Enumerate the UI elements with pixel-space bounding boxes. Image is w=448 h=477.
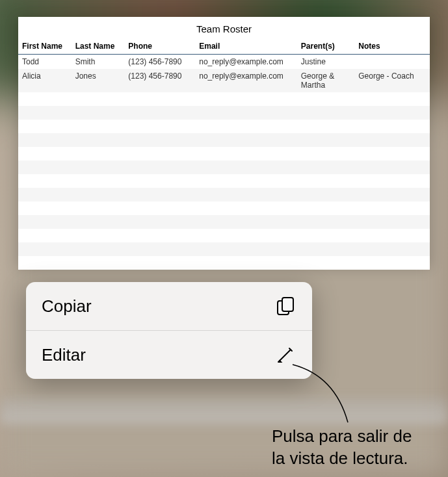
column-header-notes: Notes (354, 38, 430, 55)
table-header-row: First Name Last Name Phone Email Parent(… (18, 38, 430, 55)
empty-row (18, 215, 430, 229)
cell-parents: Justine (297, 55, 354, 70)
column-header-email: Email (195, 38, 297, 55)
empty-row (18, 92, 430, 106)
cell-notes (354, 55, 430, 70)
cell-firstname: Todd (18, 55, 72, 70)
edit-menu-item[interactable]: Editar (26, 331, 312, 379)
cell-firstname: Alicia (18, 69, 72, 92)
cell-phone: (123) 456-7890 (124, 55, 195, 70)
empty-row (18, 256, 430, 270)
empty-row (18, 242, 430, 256)
copy-label: Copiar (42, 296, 92, 316)
callout-text: Pulsa para salir de la vista de lectura. (272, 426, 412, 470)
empty-row (18, 161, 430, 174)
cell-parents: George & Martha (297, 69, 354, 92)
empty-row (18, 120, 430, 133)
pencil-icon (274, 344, 296, 366)
empty-row (18, 188, 430, 201)
copy-menu-item[interactable]: Copiar (26, 282, 312, 331)
callout-line2: la vista de lectura. (272, 448, 408, 468)
svg-line-2 (280, 350, 291, 361)
cell-email: no_reply@example.com (195, 69, 297, 92)
empty-row (18, 133, 430, 147)
column-header-parents: Parent(s) (297, 38, 354, 55)
copy-icon (274, 295, 296, 317)
empty-row (18, 201, 430, 215)
cell-phone: (123) 456-7890 (124, 69, 195, 92)
empty-row (18, 106, 430, 120)
svg-rect-1 (282, 298, 293, 311)
cell-email: no_reply@example.com (195, 55, 297, 70)
document-title: Team Roster (18, 17, 430, 38)
cell-lastname: Jones (72, 69, 125, 92)
column-header-lastname: Last Name (72, 38, 125, 55)
context-menu: Copiar Editar (26, 282, 312, 379)
callout-line1: Pulsa para salir de (272, 426, 412, 446)
table-row: Alicia Jones (123) 456-7890 no_reply@exa… (18, 69, 430, 92)
bottom-blur (0, 398, 448, 424)
document-preview[interactable]: Team Roster First Name Last Name Phone E… (18, 17, 430, 265)
empty-row (18, 147, 430, 161)
column-header-firstname: First Name (18, 38, 72, 55)
empty-row (18, 174, 430, 188)
cell-notes: George - Coach (354, 69, 430, 92)
table-row: Todd Smith (123) 456-7890 no_reply@examp… (18, 55, 430, 70)
cell-lastname: Smith (72, 55, 125, 70)
roster-table: First Name Last Name Phone Email Parent(… (18, 38, 430, 270)
empty-row (18, 229, 430, 242)
edit-label: Editar (42, 345, 86, 365)
column-header-phone: Phone (124, 38, 195, 55)
